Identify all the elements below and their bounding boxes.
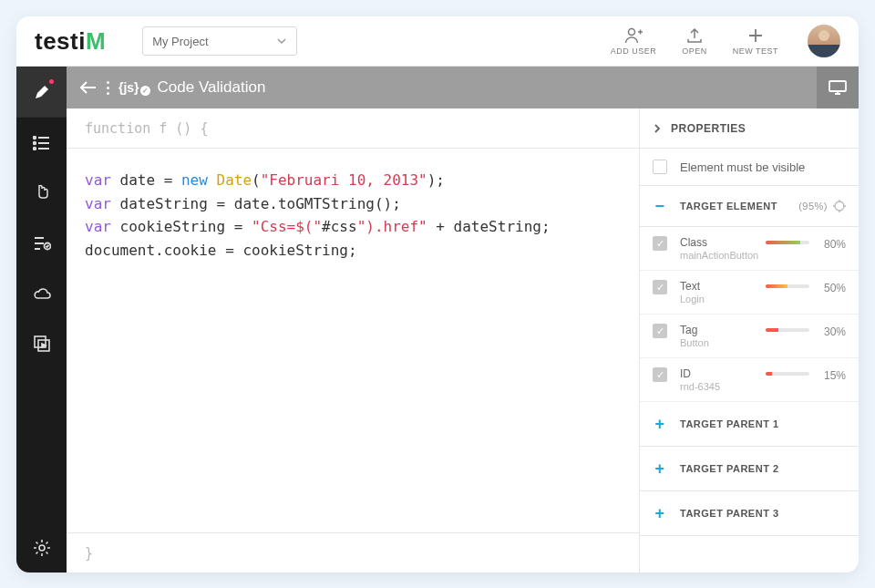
arrow-left-icon	[79, 81, 98, 94]
content: function f () { var date = new Date("Feb…	[67, 108, 859, 573]
checkbox-checked[interactable]	[653, 324, 667, 338]
app-window: testiM My Project ADD USER OPEN	[16, 16, 859, 573]
properties-header[interactable]: PROPERTIES	[640, 108, 859, 149]
sidebar-settings[interactable]	[16, 522, 67, 573]
crosshair-icon[interactable]	[833, 200, 846, 212]
token: "Css=$("	[252, 218, 322, 235]
svg-point-9	[835, 201, 844, 211]
pencil-icon	[33, 83, 51, 101]
target-item-label: Tag	[680, 324, 760, 336]
copy-play-icon	[33, 335, 51, 353]
code-body[interactable]: var date = new Date("Februari 10, 2013")…	[67, 149, 639, 532]
open-label: OPEN	[682, 46, 707, 56]
token: "Februari 10, 2013"	[261, 171, 427, 189]
checkbox-checked[interactable]	[653, 367, 667, 382]
target-items-list: ClassmainActionButton80%TextLogin50%TagB…	[640, 227, 859, 402]
parents-list: +TARGET PARENT 1+TARGET PARENT 2+TARGET …	[640, 402, 859, 536]
target-parent-section[interactable]: +TARGET PARENT 1	[640, 402, 859, 447]
token: (	[252, 171, 261, 189]
cloud-icon	[32, 286, 52, 301]
target-item-label: ID	[680, 367, 760, 380]
target-element-section[interactable]: − TARGET ELEMENT (95%)	[640, 186, 859, 227]
visible-checkbox-row[interactable]: Element must be visible	[640, 149, 859, 186]
sidebar-cloud[interactable]	[16, 268, 67, 318]
target-item[interactable]: IDrnd-634515%	[640, 358, 859, 402]
collapse-icon: −	[653, 199, 667, 213]
sidebar-pointer[interactable]	[16, 168, 67, 218]
pointer-icon	[34, 183, 50, 203]
checkbox-checked[interactable]	[653, 280, 667, 294]
notification-dot	[49, 79, 54, 84]
target-parent-section[interactable]: +TARGET PARENT 3	[640, 491, 859, 536]
logo-text: testi	[35, 27, 86, 55]
project-select-value: My Project	[152, 35, 208, 48]
score-pct: 15%	[817, 369, 846, 382]
add-user-button[interactable]: ADD USER	[611, 26, 657, 56]
token: ").href"	[357, 218, 427, 235]
logo: testiM	[35, 27, 106, 56]
monitor-icon	[828, 79, 848, 96]
target-item-sub: rnd-6345	[680, 381, 760, 392]
checkbox-checked[interactable]	[653, 236, 667, 251]
target-item-info: TagButton	[680, 324, 760, 348]
token: Date	[217, 171, 252, 189]
token: );	[427, 171, 445, 189]
check-icon: ✓	[140, 86, 150, 96]
svg-point-7	[39, 545, 45, 551]
target-item-sub: mainActionButton	[680, 250, 760, 261]
token: var	[85, 195, 111, 212]
score-pct: 30%	[817, 325, 846, 338]
expand-icon: +	[653, 506, 667, 521]
code-panel: function f () { var date = new Date("Feb…	[67, 108, 640, 573]
target-item[interactable]: TagButton30%	[640, 315, 859, 358]
score-bar	[766, 372, 809, 376]
new-test-button[interactable]: NEW TEST	[733, 26, 778, 56]
token: + dateString;	[427, 218, 551, 235]
token: new	[181, 171, 217, 189]
checkbox-empty[interactable]	[653, 160, 667, 174]
checklist-icon	[33, 236, 51, 251]
sidebar-checklist[interactable]	[16, 218, 67, 268]
svg-point-2	[33, 141, 35, 143]
token: document.cookie = cookieString;	[85, 242, 357, 259]
target-item[interactable]: TextLogin50%	[640, 271, 859, 315]
avatar[interactable]	[808, 25, 840, 57]
target-parent-label: TARGET PARENT 1	[680, 418, 779, 429]
target-parent-label: TARGET PARENT 3	[680, 508, 779, 519]
score-bar	[766, 241, 809, 244]
topbar: testiM My Project ADD USER OPEN	[16, 16, 859, 67]
list-icon	[33, 136, 51, 150]
score-pct: 80%	[817, 238, 846, 251]
back-button[interactable]	[79, 81, 98, 94]
function-header: function f () {	[67, 108, 639, 149]
sidebar-copy[interactable]	[16, 318, 67, 368]
js-badge: {js}✓	[118, 80, 150, 95]
add-user-icon	[623, 26, 643, 45]
target-item[interactable]: ClassmainActionButton80%	[640, 227, 859, 271]
target-parent-section[interactable]: +TARGET PARENT 2	[640, 447, 859, 491]
open-button[interactable]: OPEN	[682, 26, 707, 56]
sidebar-edit[interactable]	[16, 67, 67, 117]
target-element-title: TARGET ELEMENT	[680, 201, 777, 211]
target-item-label: Text	[680, 280, 760, 293]
project-select[interactable]: My Project	[142, 26, 297, 56]
preview-button[interactable]	[817, 67, 859, 108]
expand-icon: +	[653, 417, 667, 431]
sidebar-list[interactable]	[16, 118, 67, 168]
target-item-sub: Login	[680, 294, 760, 304]
function-footer: }	[67, 532, 639, 573]
gear-icon	[33, 539, 51, 557]
token: #css	[322, 218, 357, 235]
target-item-info: TextLogin	[680, 280, 760, 304]
sidebar	[16, 67, 67, 573]
properties-header-label: PROPERTIES	[671, 122, 746, 135]
target-item-sub: Button	[680, 337, 760, 348]
target-item-label: Class	[680, 236, 760, 249]
main-area: {js}✓ Code Validation function f () { va…	[67, 67, 859, 573]
drag-handle-icon[interactable]	[107, 81, 109, 95]
score-pct: 50%	[817, 282, 846, 294]
token: cookieString =	[111, 218, 252, 235]
add-user-label: ADD USER	[611, 46, 657, 56]
visible-checkbox-label: Element must be visible	[680, 160, 805, 174]
svg-point-3	[33, 147, 35, 149]
